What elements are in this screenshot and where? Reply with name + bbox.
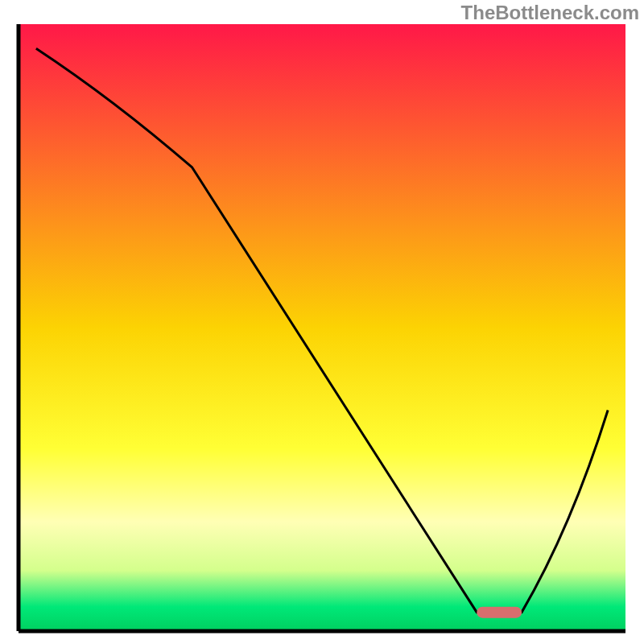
optimal-range-marker — [477, 607, 522, 618]
watermark-text: TheBottleneck.com — [461, 2, 639, 24]
chart-container: TheBottleneck.com — [0, 0, 644, 644]
bottleneck-chart — [0, 0, 644, 644]
gradient-background — [19, 24, 625, 631]
